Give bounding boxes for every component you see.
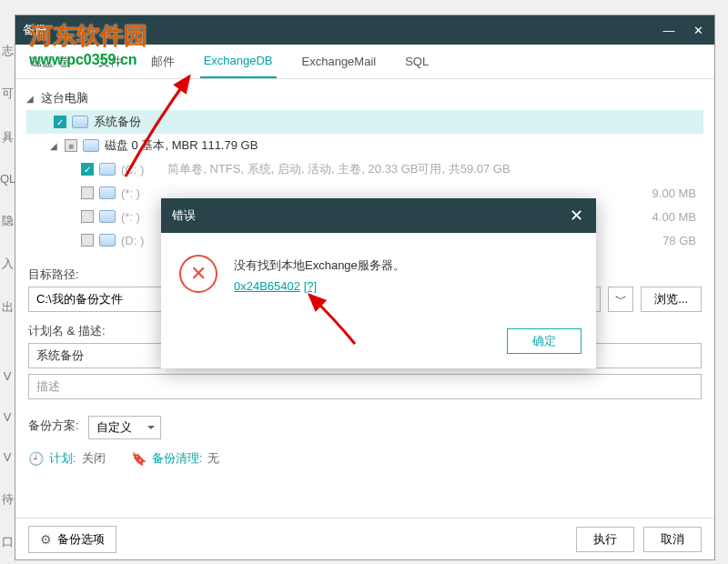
execute-button[interactable]: 执行 xyxy=(576,527,634,552)
close-button[interactable]: ✕ xyxy=(689,24,707,37)
tree-root[interactable]: ◢ 这台电脑 xyxy=(26,86,703,110)
error-help-link[interactable]: [?] xyxy=(304,279,317,293)
cleanup-link[interactable]: 🔖 备份清理: 无 xyxy=(131,450,220,467)
checkbox-icon[interactable] xyxy=(81,234,94,247)
tab-exchangedb[interactable]: ExchangeDB xyxy=(200,45,277,78)
footer: ⚙ 备份选项 执行 取消 xyxy=(15,518,714,559)
disk-icon xyxy=(99,234,116,247)
error-code-link[interactable]: 0x24B65402 xyxy=(234,279,300,293)
tab-file[interactable]: 文件 xyxy=(95,45,126,79)
table-row[interactable]: ✓ (C: ) 简单卷, NTFS, 系统, 启动, 活动, 主卷, 20.33… xyxy=(26,157,703,181)
checkbox-icon[interactable] xyxy=(81,186,94,199)
disk-icon xyxy=(72,116,88,128)
tab-disk[interactable]: 磁盘/卷 xyxy=(26,45,73,79)
dialog-message: 没有找到本地Exchange服务器。 0x24B65402 [?] xyxy=(234,255,405,297)
disk-icon xyxy=(99,210,116,223)
dialog-title: 错误 xyxy=(172,207,196,224)
scheme-label: 备份方案: xyxy=(28,418,79,434)
cancel-button[interactable]: 取消 xyxy=(643,527,702,552)
links-row: 🕘 计划: 关闭 🔖 备份清理: 无 xyxy=(15,445,714,472)
backup-options-button[interactable]: ⚙ 备份选项 xyxy=(28,526,116,553)
expander-icon[interactable]: ◢ xyxy=(50,141,59,151)
tab-mail[interactable]: 邮件 xyxy=(147,45,178,79)
scheme-select[interactable]: 自定义 xyxy=(88,416,161,439)
checkbox-icon[interactable]: ✓ xyxy=(81,163,94,176)
checkbox-icon[interactable]: ✓ xyxy=(54,116,66,128)
dialog-titlebar: 错误 ✕ xyxy=(161,198,596,233)
disk-icon xyxy=(83,139,99,152)
left-edge-strip: 志可具QL隐入出VVV待口 xyxy=(0,29,15,564)
source-tabs: 磁盘/卷 文件 邮件 ExchangeDB ExchangeMail SQL xyxy=(15,45,714,79)
browse-button[interactable]: 浏览... xyxy=(641,287,702,312)
checkbox-icon[interactable]: ■ xyxy=(65,139,77,152)
disk-icon xyxy=(99,163,116,176)
tab-sql[interactable]: SQL xyxy=(401,45,432,77)
error-icon: ✕ xyxy=(179,255,217,293)
target-dropdown-button[interactable]: ﹀ xyxy=(608,287,633,312)
error-dialog: 错误 ✕ ✕ 没有找到本地Exchange服务器。 0x24B65402 [?]… xyxy=(161,198,596,368)
checkbox-icon[interactable] xyxy=(81,210,94,223)
tree-disk0[interactable]: ◢ ■ 磁盘 0 基本, MBR 111.79 GB xyxy=(26,134,703,157)
gear-icon: ⚙ xyxy=(40,532,52,547)
expander-icon[interactable]: ◢ xyxy=(26,94,35,104)
dialog-close-button[interactable]: ✕ xyxy=(567,206,585,226)
minimize-button[interactable]: — xyxy=(660,24,678,37)
titlebar: 备份 — ✕ xyxy=(15,15,714,45)
tag-icon: 🔖 xyxy=(131,451,147,466)
ok-button[interactable]: 确定 xyxy=(507,328,581,354)
clock-icon: 🕘 xyxy=(28,451,44,466)
schedule-link[interactable]: 🕘 计划: 关闭 xyxy=(28,450,106,467)
disk-icon xyxy=(99,186,116,199)
tree-system-backup[interactable]: ✓ 系统备份 xyxy=(26,110,703,134)
tab-exchangemail[interactable]: ExchangeMail xyxy=(298,45,380,77)
plan-desc-input[interactable]: 描述 xyxy=(28,374,702,399)
scheme-section: 备份方案: 自定义 xyxy=(15,410,714,445)
window-title: 备份 xyxy=(23,22,46,38)
chevron-down-icon: ﹀ xyxy=(615,291,627,307)
